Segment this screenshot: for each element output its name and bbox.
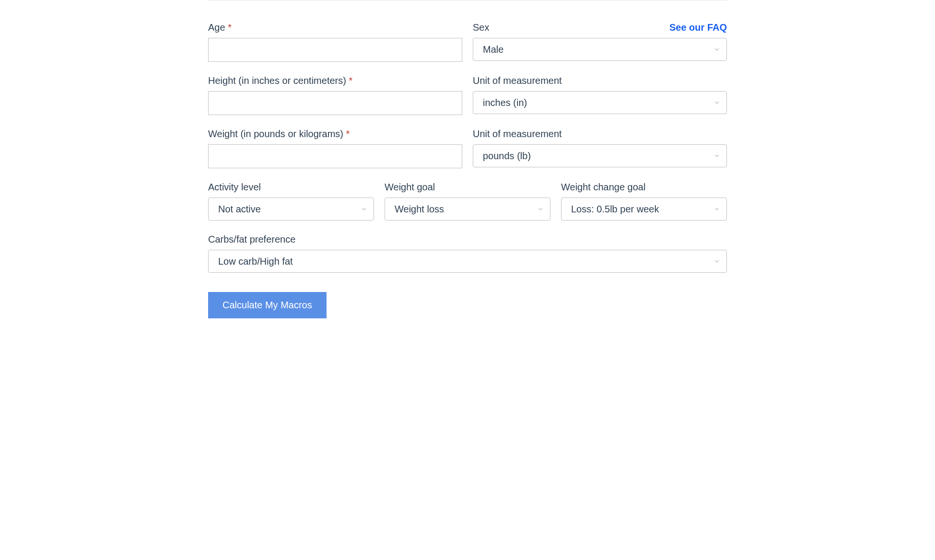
field-height: Height (in inches or centimeters) * — [208, 75, 462, 115]
activity-level-select[interactable]: Not active — [208, 198, 374, 221]
row-weight-unit: Weight (in pounds or kilograms) * Unit o… — [208, 128, 727, 168]
row-carbs-fat: Carbs/fat preference Low carb/High fat — [208, 234, 727, 273]
field-activity-level: Activity level Not active — [208, 182, 374, 221]
weight-input[interactable] — [208, 144, 462, 168]
row-age-sex: Age * Sex See our FAQ Male — [208, 22, 727, 62]
weight-unit-select[interactable]: pounds (lb) — [473, 144, 727, 167]
age-label: Age * — [208, 22, 232, 33]
weight-change-goal-select[interactable]: Loss: 0.5lb per week — [561, 198, 727, 221]
height-label: Height (in inches or centimeters) * — [208, 75, 352, 86]
faq-link[interactable]: See our FAQ — [669, 22, 727, 33]
field-weight: Weight (in pounds or kilograms) * — [208, 128, 462, 168]
weight-label: Weight (in pounds or kilograms) * — [208, 128, 350, 140]
field-weight-change-goal: Weight change goal Loss: 0.5lb per week — [561, 182, 727, 221]
field-sex: Sex See our FAQ Male — [473, 22, 727, 62]
required-mark: * — [228, 22, 232, 33]
age-input[interactable] — [208, 38, 462, 62]
carbs-fat-label: Carbs/fat preference — [208, 234, 295, 245]
field-weight-unit: Unit of measurement pounds (lb) — [473, 128, 727, 168]
calculate-button[interactable]: Calculate My Macros — [208, 292, 327, 318]
row-height-unit: Height (in inches or centimeters) * Unit… — [208, 75, 727, 115]
field-height-unit: Unit of measurement inches (in) — [473, 75, 727, 115]
row-activity-goals: Activity level Not active Weight goal We… — [208, 182, 727, 221]
height-unit-select[interactable]: inches (in) — [473, 91, 727, 114]
weight-goal-select[interactable]: Weight loss — [385, 198, 550, 221]
divider — [208, 0, 727, 0]
required-mark: * — [349, 75, 352, 86]
height-input[interactable] — [208, 91, 462, 115]
required-mark: * — [346, 128, 350, 139]
height-unit-label: Unit of measurement — [473, 75, 562, 86]
field-carbs-fat: Carbs/fat preference Low carb/High fat — [208, 234, 727, 273]
weight-unit-label: Unit of measurement — [473, 128, 562, 140]
sex-label: Sex — [473, 22, 489, 33]
carbs-fat-select[interactable]: Low carb/High fat — [208, 250, 727, 273]
field-weight-goal: Weight goal Weight loss — [385, 182, 550, 221]
weight-change-goal-label: Weight change goal — [561, 182, 645, 193]
activity-level-label: Activity level — [208, 182, 261, 193]
sex-select[interactable]: Male — [473, 38, 727, 61]
weight-goal-label: Weight goal — [385, 182, 435, 193]
field-age: Age * — [208, 22, 462, 62]
